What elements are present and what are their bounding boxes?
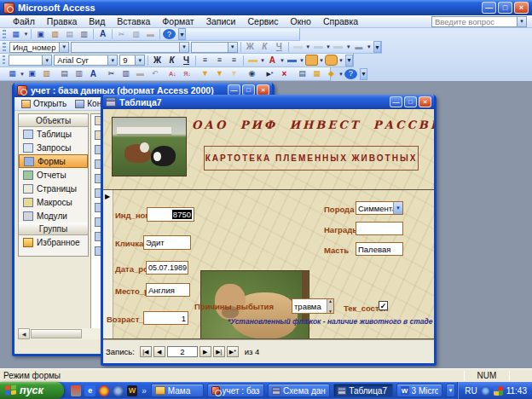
chevron-down-icon[interactable]: ▼ (228, 43, 237, 52)
toolbar-options-chevron[interactable]: ▼ (373, 41, 381, 53)
leave-reason-listbox[interactable]: травма ▲ ▼ (292, 298, 334, 314)
new-record-button[interactable]: ▶* (263, 68, 276, 79)
database-window-button[interactable]: ▦ (310, 68, 323, 79)
menu-records[interactable]: Записи (200, 15, 242, 27)
font-size-combo[interactable]: 9 ▼ (119, 55, 145, 66)
special-effect-button[interactable] (325, 55, 338, 66)
birth-place-input[interactable]: Англия (146, 283, 190, 297)
print-button[interactable]: ▤ (63, 29, 76, 40)
line-color-dropdown-icon[interactable]: ▼ (299, 55, 304, 66)
chevron-down-icon[interactable]: ▼ (107, 55, 117, 65)
toolbar-options-chevron[interactable]: ▼ (360, 68, 367, 80)
properties-button[interactable]: ▤ (296, 68, 309, 79)
chevron-down-icon[interactable]: ▼ (179, 43, 188, 52)
scroll-down-icon[interactable]: ▼ (327, 309, 333, 313)
print-preview-button[interactable]: ▥ (78, 29, 90, 40)
restore-button[interactable]: □ (498, 2, 512, 14)
chevron-down-icon[interactable]: ▼ (135, 55, 144, 65)
previous-record-button[interactable]: ◀ (153, 346, 165, 357)
copy-button[interactable]: ▥ (119, 68, 132, 79)
toolbar-drag-handle[interactable] (3, 30, 6, 39)
taskbar-button-tablica7[interactable]: Таблица7 (333, 384, 392, 397)
menu-window[interactable]: Окно (284, 15, 316, 27)
close-button[interactable]: × (514, 2, 529, 14)
view-dropdown-icon[interactable]: ▼ (20, 68, 25, 79)
quicklaunch-winamp-icon[interactable]: W (127, 385, 137, 396)
delete-record-button[interactable]: × (278, 68, 291, 79)
filter-by-selection-button[interactable]: ▼ (199, 68, 211, 79)
birth-date-input[interactable]: 05.07.1989 (146, 261, 188, 275)
special-effect-dropdown-icon[interactable]: ▼ (338, 55, 344, 66)
sidebar-item-pages[interactable]: Страницы (19, 182, 88, 195)
sort-descending-button[interactable]: Я↓ (181, 68, 194, 79)
chevron-down-icon[interactable]: ▼ (517, 17, 526, 26)
current-state-checkbox[interactable]: ✓ (379, 301, 388, 310)
help-button[interactable]: ? (163, 29, 176, 39)
taskbar-button-uchet-db[interactable]: учет : база д... (207, 384, 264, 397)
new-record-button[interactable]: ▶* (227, 346, 239, 357)
bold-button[interactable]: Ж (244, 42, 257, 53)
age-first-input[interactable]: 1 (143, 311, 188, 325)
sidebar-item-queries[interactable]: Запросы (19, 141, 88, 154)
menu-file[interactable]: Файл (7, 15, 41, 27)
menu-tools[interactable]: Сервис (242, 15, 285, 27)
font-color-button[interactable] (312, 42, 325, 53)
fill-color-button[interactable] (246, 55, 259, 66)
scroll-up-icon[interactable]: ▲ (327, 299, 333, 303)
menu-format[interactable]: Формат (156, 15, 200, 27)
view-design-icon[interactable]: ▦ (9, 29, 22, 40)
font-name-combo[interactable]: Arial Cyr ▼ (54, 55, 118, 66)
last-record-button[interactable]: ▶| (213, 346, 225, 357)
undo-button[interactable]: ↶ (148, 68, 161, 79)
sidebar-item-tables[interactable]: Таблицы (19, 127, 88, 141)
line-width-dropdown-icon[interactable]: ▼ (366, 42, 372, 53)
empty-combo-wide[interactable]: ▼ (71, 42, 189, 53)
chevron-down-icon[interactable]: ▼ (59, 43, 68, 52)
filter-by-form-button[interactable]: ▼ (213, 68, 226, 79)
fill-color-dropdown-icon[interactable]: ▼ (305, 42, 311, 53)
first-record-button[interactable]: |◀ (140, 346, 152, 357)
file-search-button[interactable]: ▥ (40, 68, 53, 79)
taskbar-group-dropdown-icon[interactable]: ▼ (446, 384, 456, 397)
objects-header[interactable]: Объекты (19, 114, 88, 127)
quicklaunch-pin-icon[interactable] (71, 385, 81, 396)
fill-color-dropdown-icon[interactable]: ▼ (260, 55, 265, 66)
view-dropdown-icon[interactable]: ▼ (23, 29, 29, 40)
line-width-button[interactable] (305, 55, 318, 66)
sidebar-item-modules[interactable]: Модули (19, 209, 88, 223)
align-left-button[interactable]: ≡ (199, 55, 211, 66)
language-indicator[interactable]: RU (465, 386, 477, 396)
minimize-button[interactable]: — (482, 2, 496, 14)
ind-number-input[interactable]: 8750 (147, 207, 194, 222)
line-color-button[interactable] (286, 55, 298, 66)
align-right-button[interactable]: ≡ (228, 55, 240, 66)
font-color-button[interactable]: А (266, 55, 279, 66)
line-width-button[interactable]: ▬ (352, 42, 365, 53)
font-color-dropdown-icon[interactable]: ▼ (280, 55, 285, 66)
coat-input[interactable]: Палевая (356, 242, 403, 256)
groups-header[interactable]: Группы (19, 223, 88, 235)
toolbar-options-chevron[interactable]: ▼ (178, 28, 186, 40)
leave-reason-scrollbar[interactable]: ▲ ▼ (327, 299, 333, 313)
align-center-button[interactable]: ≡ (213, 55, 226, 66)
file-search-button[interactable]: ▥ (49, 29, 61, 40)
quicklaunch-overflow-chevron[interactable]: » (142, 386, 147, 396)
nickname-input[interactable]: Эдит (143, 235, 191, 250)
scroll-left-icon[interactable]: ◀ (18, 328, 30, 339)
toolbar-drag-handle[interactable] (3, 43, 6, 52)
taskbar-button-mama[interactable]: Мама (151, 384, 204, 397)
open-object-button[interactable]: Открыть (18, 98, 70, 109)
toolbar-drag-handle[interactable] (3, 55, 5, 65)
spelling-button[interactable]: А (87, 68, 100, 79)
print-preview-button[interactable]: ▥ (72, 68, 85, 79)
quicklaunch-ie-icon[interactable]: e (84, 385, 95, 396)
new-object-button[interactable]: ◆ (325, 68, 338, 79)
form-maximize-button[interactable]: □ (404, 96, 417, 107)
line-width-dropdown-icon[interactable]: ▼ (319, 55, 324, 66)
menu-help[interactable]: Справка (317, 15, 364, 27)
sidebar-item-macros[interactable]: Макросы (19, 195, 88, 209)
fill-color-button[interactable] (292, 42, 304, 53)
help-button[interactable]: ? (344, 69, 357, 79)
form-minimize-button[interactable]: — (390, 96, 402, 107)
toolbar-options-chevron[interactable]: ▼ (345, 55, 353, 66)
